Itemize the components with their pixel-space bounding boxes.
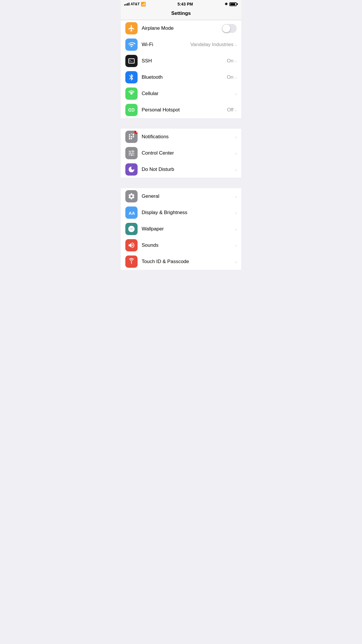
hotspot-chevron: › bbox=[235, 108, 237, 113]
notifications-icon: 1 bbox=[125, 131, 138, 143]
status-time: 5:43 PM bbox=[178, 2, 193, 6]
control-center-icon bbox=[125, 147, 138, 159]
cellular-icon bbox=[125, 88, 138, 100]
row-cellular[interactable]: Cellular › bbox=[121, 85, 241, 102]
do-not-disturb-icon bbox=[125, 163, 138, 176]
display-brightness-label: Display & Brightness bbox=[142, 210, 235, 216]
hotspot-icon bbox=[125, 104, 138, 116]
notifications-badge: 1 bbox=[134, 131, 138, 134]
do-not-disturb-chevron: › bbox=[235, 167, 237, 172]
cellular-chevron: › bbox=[235, 91, 237, 96]
wifi-chevron: › bbox=[235, 42, 237, 47]
wallpaper-icon bbox=[125, 223, 138, 235]
sounds-icon bbox=[125, 239, 138, 251]
wifi-value: Vandelay Industries bbox=[190, 42, 233, 48]
ssh-label: SSH bbox=[142, 58, 227, 64]
control-center-label: Control Center bbox=[142, 150, 235, 156]
carrier-label: AT&T bbox=[131, 2, 140, 6]
general-icon bbox=[125, 190, 138, 202]
wifi-status-icon: 📶 bbox=[141, 2, 146, 6]
row-sounds[interactable]: Sounds › bbox=[121, 237, 241, 253]
touch-id-icon bbox=[125, 256, 138, 268]
row-display-brightness[interactable]: AA Display & Brightness › bbox=[121, 204, 241, 221]
row-hotspot[interactable]: Personal Hotspot Off › bbox=[121, 102, 241, 118]
ssh-value: On bbox=[227, 58, 233, 64]
wallpaper-chevron: › bbox=[235, 227, 237, 232]
bluetooth-chevron: › bbox=[235, 75, 237, 80]
row-do-not-disturb[interactable]: Do Not Disturb › bbox=[121, 161, 241, 178]
page-title: Settings bbox=[121, 8, 241, 20]
hotspot-label: Personal Hotspot bbox=[142, 107, 227, 113]
section-device: General › AA Display & Brightness › Wall… bbox=[121, 188, 241, 270]
row-bluetooth[interactable]: Bluetooth On › bbox=[121, 69, 241, 85]
airplane-mode-toggle[interactable] bbox=[222, 24, 237, 33]
bluetooth-icon bbox=[125, 71, 138, 83]
row-notifications[interactable]: 1 Notifications › bbox=[121, 129, 241, 145]
general-label: General bbox=[142, 193, 235, 199]
section-connectivity: Airplane Mode Wi-Fi Vandelay Industries … bbox=[121, 20, 241, 118]
notifications-chevron: › bbox=[235, 134, 237, 139]
bluetooth-status-icon: ✱ bbox=[225, 2, 228, 6]
notifications-label: Notifications bbox=[142, 134, 235, 140]
row-airplane-mode[interactable]: Airplane Mode bbox=[121, 20, 241, 36]
row-wallpaper[interactable]: Wallpaper › bbox=[121, 221, 241, 237]
display-brightness-icon: AA bbox=[125, 206, 138, 219]
row-general[interactable]: General › bbox=[121, 188, 241, 204]
general-chevron: › bbox=[235, 194, 237, 199]
sounds-label: Sounds bbox=[142, 242, 235, 248]
do-not-disturb-label: Do Not Disturb bbox=[142, 167, 235, 172]
section-notifications: 1 Notifications › Control Center › Do No… bbox=[121, 129, 241, 178]
ssh-chevron: › bbox=[235, 59, 237, 64]
svg-text:AA: AA bbox=[129, 211, 135, 216]
status-left: AT&T 📶 bbox=[124, 2, 146, 6]
status-right: ✱ bbox=[225, 2, 238, 6]
touch-id-chevron: › bbox=[235, 259, 237, 264]
battery-indicator bbox=[229, 2, 238, 6]
hotspot-value: Off bbox=[227, 107, 233, 113]
row-control-center[interactable]: Control Center › bbox=[121, 145, 241, 161]
row-wifi[interactable]: Wi-Fi Vandelay Industries › bbox=[121, 36, 241, 53]
airplane-mode-icon bbox=[125, 22, 138, 34]
section-gap-1 bbox=[121, 118, 241, 129]
wifi-label: Wi-Fi bbox=[142, 42, 190, 48]
display-brightness-chevron: › bbox=[235, 210, 237, 215]
control-center-chevron: › bbox=[235, 151, 237, 156]
touch-id-label: Touch ID & Passcode bbox=[142, 259, 235, 265]
cellular-label: Cellular bbox=[142, 91, 233, 97]
signal-bars bbox=[124, 3, 129, 6]
ssh-icon bbox=[125, 55, 138, 67]
row-ssh[interactable]: SSH On › bbox=[121, 53, 241, 69]
bluetooth-value: On bbox=[227, 74, 233, 80]
wifi-icon bbox=[125, 38, 138, 51]
section-gap-2 bbox=[121, 178, 241, 188]
airplane-mode-label: Airplane Mode bbox=[142, 25, 222, 31]
sounds-chevron: › bbox=[235, 243, 237, 248]
bluetooth-label: Bluetooth bbox=[142, 74, 227, 80]
status-bar: AT&T 📶 5:43 PM ✱ bbox=[121, 0, 241, 8]
row-touch-id[interactable]: Touch ID & Passcode › bbox=[121, 253, 241, 270]
wallpaper-label: Wallpaper bbox=[142, 226, 235, 232]
